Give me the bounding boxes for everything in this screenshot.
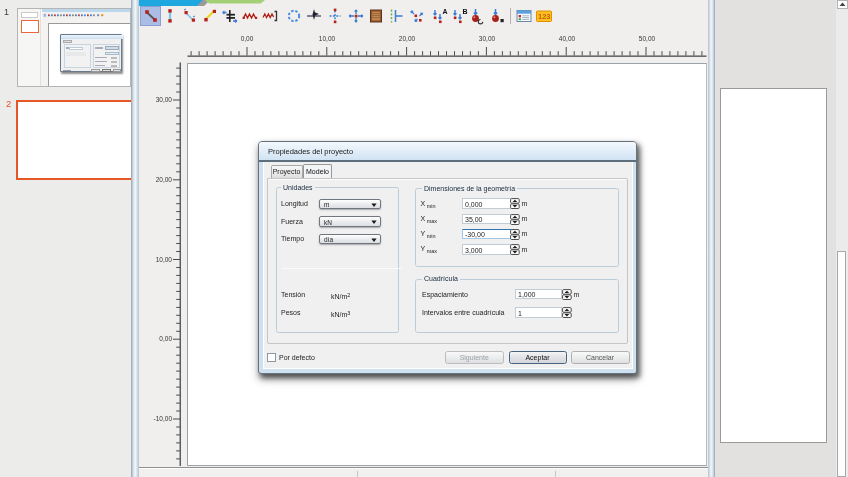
- svg-text:B: B: [462, 8, 467, 15]
- svg-text:A: A: [443, 8, 448, 15]
- svg-text:123: 123: [538, 12, 551, 21]
